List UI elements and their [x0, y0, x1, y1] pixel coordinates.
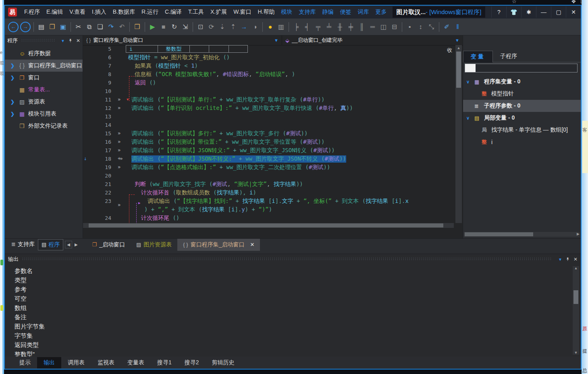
variables-tree-item[interactable]: 局找字结果 - 单字信息 — 数组[0] [463, 124, 581, 136]
align-bottom-icon[interactable]: ╧ [324, 21, 335, 32]
code-line[interactable]: 18↓+»调试输出 (“【识别测试】JSON不转义:” + ww_图片取文字_J… [83, 155, 454, 163]
code-line[interactable]: 21判断 (ww_图片取文字_找字 (#测试, “测试|文字”, 找字结果)) [83, 180, 454, 189]
code-line[interactable]: 19»调试输出 (“【点选格式输出】:” + ww_图片取文字_二次处理位置 (… [83, 163, 454, 172]
code-line[interactable]: 14 [83, 121, 454, 130]
menu-item[interactable]: X.扩展 [207, 8, 230, 16]
variables-tree-item[interactable]: 整模型指针 [463, 88, 581, 100]
align-right-icon[interactable]: ╡ [302, 21, 313, 32]
code-line[interactable]: 5i整数型 [83, 45, 454, 54]
snap-icon[interactable]: ▪ [404, 21, 415, 32]
project-tree-item[interactable]: ▦常量表... [5, 84, 83, 96]
method-dropdown-icon[interactable]: ▼ [455, 38, 459, 43]
code-line[interactable]: 8信息框 (“OCR 模型加载失败!”, #错误图标, “启动错误”, ) [83, 70, 454, 79]
project-tree-item[interactable]: ❯▨资源表 [5, 96, 83, 108]
scroll-thumb[interactable] [456, 52, 461, 88]
back-icon[interactable]: ← [8, 22, 19, 32]
collapse-button[interactable]: 收 [447, 47, 452, 54]
chevron-down-icon[interactable]: ∨ [466, 79, 470, 85]
menu-item-blue[interactable]: 模块 [278, 8, 296, 16]
variable-search-input[interactable] [465, 64, 578, 72]
code-line[interactable]: 20 [83, 172, 454, 180]
variables-horizontal-scrollbar[interactable]: ▶ [464, 232, 580, 237]
chevron-right-icon[interactable]: ❯ [10, 75, 15, 81]
panel-close-icon[interactable]: ✕ [76, 38, 80, 43]
code-line[interactable]: 11»调试输出 (“【识别测试】单行:” + ww_图片取文字_取单行复杂 (#… [83, 96, 454, 104]
menu-item[interactable]: E.编辑 [43, 8, 66, 16]
properties-icon[interactable]: ‖ [452, 21, 463, 32]
bottom-tab-调用表[interactable]: 调用表 [61, 357, 91, 368]
chevron-right-icon[interactable]: ❯ [10, 63, 15, 68]
menu-item[interactable]: H.帮助 [255, 8, 278, 16]
center-horizontal-icon[interactable]: ╫ [335, 21, 345, 32]
menu-item-blue[interactable]: 词库 [355, 8, 372, 16]
panel-pin-icon[interactable]: 🖈 [68, 38, 73, 43]
panel-dropdown-icon[interactable]: ▼ [61, 39, 65, 43]
same-width-icon[interactable]: ◫ [378, 21, 389, 32]
variable-table-cell[interactable] [190, 45, 209, 53]
menu-item[interactable]: W.窗口 [230, 8, 254, 16]
scroll-down-icon[interactable]: ▼ [573, 351, 579, 355]
class-dropdown-icon[interactable]: ▼ [274, 38, 278, 43]
panel-tab-变量[interactable]: 变量 [463, 51, 493, 62]
chevron-down-icon[interactable]: ∨ [466, 116, 470, 121]
code-line[interactable]: 7如果真 (模型指针 < 1) [83, 62, 454, 70]
form-note-icon[interactable]: ▥ [276, 21, 287, 32]
menu-item-blue[interactable]: 更多 [372, 8, 390, 16]
refresh-icon[interactable]: ⟳ [206, 21, 217, 32]
document-tab[interactable]: ❐_启动窗口 [87, 239, 131, 251]
color-picker-icon[interactable]: ✐ [441, 21, 452, 32]
bottom-tab-提示[interactable]: 提示 [13, 357, 37, 368]
menu-item-blue[interactable]: 静编 [319, 8, 337, 16]
forward-icon[interactable]: → [20, 22, 31, 32]
close-icon[interactable]: ✕ [566, 6, 581, 18]
new-file-icon[interactable]: ▤ [36, 21, 47, 32]
scroll-up-icon[interactable]: ▲ [573, 266, 579, 270]
step-out-icon[interactable]: ⇡ [228, 21, 239, 32]
redo-icon[interactable]: ↷ [106, 21, 116, 32]
code-area[interactable]: 5i整数型6模型指针 = ww_图片取文字_初始化 ()7如果真 (模型指针 <… [83, 45, 454, 223]
copy-icon[interactable]: ⧉ [84, 21, 95, 32]
local-variable-table[interactable]: i整数型 [126, 45, 248, 53]
bottom-tab-剪辑历史[interactable]: 剪辑历史 [206, 357, 241, 368]
output-pin-icon[interactable]: 🖈 [565, 256, 570, 262]
output-dropdown-icon[interactable]: ▼ [558, 257, 562, 262]
code-line[interactable]: 22计次循环首 (取数组成员数 (找字结果), i) [83, 189, 454, 197]
scroll-up-icon[interactable]: ▲ [455, 45, 462, 51]
restart-icon[interactable]: ↻ [169, 21, 180, 32]
document-tab[interactable]: { }窗口程序集_启动窗口✕ [177, 239, 260, 251]
undo-icon[interactable]: ↶ [116, 21, 127, 32]
bottom-tab-输出[interactable]: 输出 [37, 357, 61, 368]
panel-tab-程序[interactable]: ▤程序 [38, 239, 63, 250]
maximize-icon[interactable]: ▢ [551, 6, 566, 18]
window-preview-icon[interactable]: ⊡ [195, 21, 206, 32]
editor-vertical-scrollbar[interactable]: ▲ [455, 45, 462, 223]
save-icon[interactable]: ▣ [58, 21, 69, 32]
variables-tree-item[interactable]: 整i [463, 136, 581, 148]
chevron-right-icon[interactable]: ❯ [10, 111, 15, 117]
scroll-thumb[interactable] [465, 232, 533, 236]
stop-icon[interactable]: ■ [158, 21, 169, 32]
code-line[interactable]: 13 [83, 113, 454, 121]
code-line[interactable]: 24计次循环尾 () [83, 214, 454, 223]
center-vertical-icon[interactable]: ╪ [345, 21, 356, 32]
variable-table-cell[interactable]: 整数型 [158, 45, 190, 53]
menu-item[interactable]: I.插入 [89, 8, 110, 16]
menu-item[interactable]: T.工具 [185, 8, 207, 16]
cut-icon[interactable]: ✂ [73, 21, 84, 32]
code-line[interactable]: 15»调试输出 (“【识别测试】多行:” + ww_图片取文字_多行 (#测试)… [83, 130, 454, 138]
space-horizontal-icon[interactable]: ║ [356, 21, 367, 32]
panel-tab-子程序[interactable]: 子程序 [493, 51, 524, 62]
project-tree-item[interactable]: ❯▦模块引用表 [5, 108, 83, 120]
variable-table-cell[interactable] [229, 45, 248, 53]
variable-table-cell[interactable]: i [126, 45, 158, 53]
variables-tree-item[interactable]: ≣子程序参数 - 0 [463, 100, 581, 112]
space-vertical-icon[interactable]: ═ [367, 21, 378, 32]
variables-tree-item[interactable]: ∨▤局部变量 - 0 [463, 112, 581, 124]
compile-install-icon[interactable]: ⇲ [180, 21, 191, 32]
project-tree-item[interactable]: ❒外部文件记录表 [5, 120, 83, 132]
project-tree-item[interactable]: ☺程序数据 [5, 48, 83, 60]
code-line[interactable]: 16»调试输出 (“【识别测试】带位置:” + ww_图片取文字_带位置等 (#… [83, 138, 454, 147]
step-into-icon[interactable]: → [239, 21, 249, 32]
code-line[interactable]: 12»调试输出 (“【单行识别 ocrlite】:” + ww_图片取文字_取单… [83, 104, 454, 113]
project-tree-item[interactable]: ❯❐窗口 [5, 72, 83, 84]
